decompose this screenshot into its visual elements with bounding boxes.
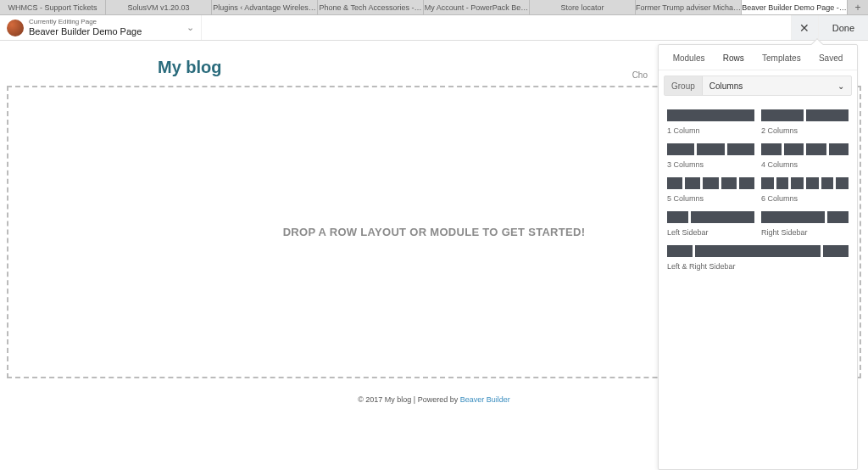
column-block-icon [829, 143, 849, 155]
builder-toolbar: Currently Editing Page Beaver Builder De… [0, 15, 868, 41]
column-block-icon [823, 245, 849, 257]
column-block-icon [727, 143, 754, 155]
done-button[interactable]: Done [818, 15, 868, 40]
column-block-icon [667, 109, 754, 121]
browser-tab[interactable]: My Account - PowerPack Be… [424, 0, 530, 14]
layout-item[interactable]: 3 Columns [664, 138, 758, 172]
column-block-icon [761, 177, 774, 189]
browser-tabs: WHMCS - Support TicketsSolusVM v1.20.03P… [0, 0, 868, 15]
column-block-icon [667, 143, 694, 155]
new-tab-button[interactable]: + [848, 0, 868, 14]
editing-label: Currently Editing Page [29, 19, 142, 26]
layout-label: Right Sidebar [761, 228, 849, 237]
column-block-icon [691, 211, 754, 223]
column-block-icon [697, 143, 724, 155]
browser-tab[interactable]: WHMCS - Support Tickets [0, 0, 106, 14]
layout-label: 2 Columns [761, 126, 849, 135]
layout-item[interactable]: 6 Columns [758, 172, 852, 206]
panel-tab-saved[interactable]: Saved [815, 52, 846, 64]
layout-item[interactable]: Left & Right Sidebar [664, 240, 852, 274]
column-block-icon [791, 177, 804, 189]
column-block-icon [721, 177, 737, 189]
column-block-icon [685, 177, 700, 189]
browser-tab[interactable]: Beaver Builder Demo Page -… [742, 0, 848, 14]
column-block-icon [695, 245, 821, 257]
chevron-down-icon: ⌄ [837, 81, 844, 91]
choose-hint: Cho [632, 70, 648, 80]
group-label: Group [665, 76, 703, 95]
browser-tab[interactable]: Store locator [530, 0, 636, 14]
panel-body: 1 Column2 Columns3 Columns4 Columns5 Col… [659, 101, 857, 469]
column-block-icon [827, 211, 849, 223]
drop-message: DROP A ROW LAYOUT OR MODULE TO GET START… [283, 226, 586, 238]
column-block-icon [667, 245, 693, 257]
column-block-icon [806, 177, 819, 189]
layout-label: 4 Columns [761, 160, 849, 169]
column-block-icon [806, 143, 826, 155]
beaver-logo-icon [7, 20, 24, 36]
column-block-icon [667, 177, 682, 189]
layout-item[interactable]: Right Sidebar [758, 206, 852, 240]
layout-label: Left & Right Sidebar [667, 262, 849, 271]
layout-label: Left Sidebar [667, 228, 754, 237]
group-select[interactable]: Columns ⌄ [703, 81, 851, 91]
panel-tab-rows[interactable]: Rows [720, 52, 748, 64]
panel-tabs: ModulesRowsTemplatesSaved [659, 45, 857, 70]
browser-tab[interactable]: Plugins ‹ Advantage Wireles… [212, 0, 318, 14]
browser-tab[interactable]: Former Trump adviser Micha… [636, 0, 742, 14]
column-block-icon [739, 177, 754, 189]
column-block-icon [761, 109, 804, 121]
group-selector: Group Columns ⌄ [664, 76, 852, 96]
layout-label: 1 Column [667, 126, 754, 135]
column-block-icon [836, 177, 849, 189]
close-button[interactable]: ✕ [791, 15, 818, 40]
chevron-down-icon[interactable]: ⌄ [186, 22, 194, 33]
column-block-icon [667, 211, 688, 223]
layout-item[interactable]: 5 Columns [664, 172, 758, 206]
layout-item[interactable]: 2 Columns [758, 104, 852, 138]
layout-item[interactable]: 4 Columns [758, 138, 852, 172]
column-block-icon [784, 143, 804, 155]
page-title: Beaver Builder Demo Page [29, 26, 142, 36]
column-block-icon [806, 109, 849, 121]
browser-tab[interactable]: SolusVM v1.20.03 [106, 0, 212, 14]
column-block-icon [821, 177, 834, 189]
panel-tab-templates[interactable]: Templates [759, 52, 804, 64]
footer-link[interactable]: Beaver Builder [460, 395, 510, 404]
page-info[interactable]: Currently Editing Page Beaver Builder De… [0, 15, 202, 40]
panel-tab-modules[interactable]: Modules [670, 52, 709, 64]
layout-label: 3 Columns [667, 160, 754, 169]
content-panel: ModulesRowsTemplatesSaved Group Columns … [658, 44, 858, 470]
layout-label: 5 Columns [667, 194, 754, 203]
column-block-icon [761, 211, 825, 223]
column-block-icon [761, 143, 782, 155]
browser-tab[interactable]: Phone & Tech Accessories -… [318, 0, 424, 14]
column-block-icon [703, 177, 718, 189]
layout-item[interactable]: Left Sidebar [664, 206, 758, 240]
column-block-icon [776, 177, 789, 189]
layout-item[interactable]: 1 Column [664, 104, 758, 138]
layout-label: 6 Columns [761, 194, 849, 203]
